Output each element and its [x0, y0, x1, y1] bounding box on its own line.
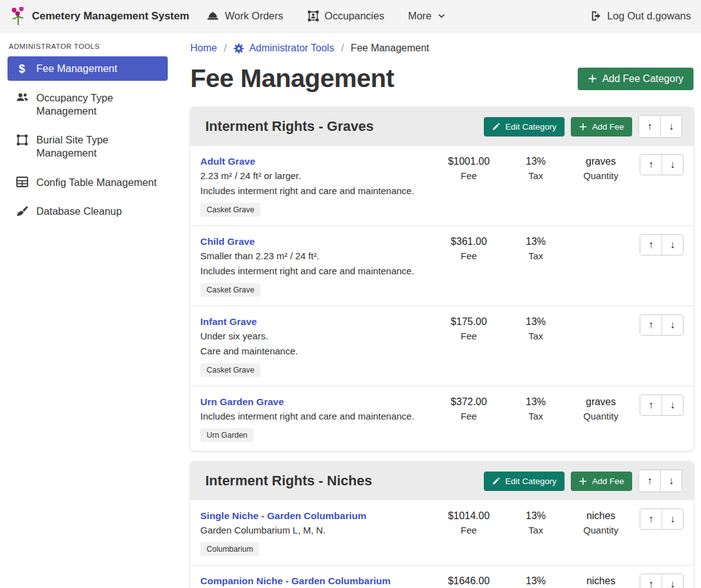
quantity-unit-label: Quantity [566, 523, 636, 538]
pencil-icon [492, 477, 500, 485]
sidebar-item-config-table-management[interactable]: Config Table Management [8, 170, 168, 195]
fee-row-infant-grave: Infant GraveUnder six years.Care and mai… [190, 306, 693, 386]
nav-item-more[interactable]: More [408, 10, 446, 22]
arrow-down-icon: ↓ [669, 121, 674, 132]
fee-category-card-interment-rights-graves: Interment Rights - GravesEdit CategoryAd… [190, 107, 693, 451]
fee-description: Includes interment right and care and ma… [200, 409, 432, 424]
arrow-up-icon: ↑ [648, 239, 653, 250]
move-up-button[interactable]: ↑ [640, 395, 662, 415]
arrow-down-icon: ↓ [670, 159, 675, 170]
app-title: Cemetery Management System [32, 10, 189, 23]
sidebar-item-label: Config Table Management [36, 176, 156, 189]
category-header: Interment Rights - NichesEdit CategoryAd… [190, 462, 693, 500]
tax-rate-value: 13% [506, 508, 566, 523]
move-up-button[interactable]: ↑ [640, 155, 662, 175]
users-icon [15, 92, 29, 103]
arrow-up-icon: ↑ [648, 400, 653, 411]
move-down-button[interactable]: ↓ [662, 235, 683, 255]
fee-name-link[interactable]: Adult Grave [200, 154, 255, 168]
sidebar-item-burial-site-type-management[interactable]: Burial Site Type Management [8, 128, 168, 165]
fee-name-link[interactable]: Single Niche - Garden Columbarium [200, 508, 366, 523]
move-down-button[interactable]: ↓ [662, 574, 683, 588]
breadcrumb-current: Fee Management [350, 43, 429, 54]
category-title: Interment Rights - Niches [205, 473, 372, 489]
move-down-button[interactable]: ↓ [662, 509, 683, 529]
sidebar-item-occupancy-type-management[interactable]: Occupancy Type Management [8, 86, 168, 123]
move-down-button[interactable]: ↓ [662, 155, 683, 175]
tax-rate-value: 13% [506, 574, 566, 588]
move-up-button[interactable]: ↑ [639, 470, 660, 492]
main-content: Home / Administrator Tools / Fee Managem… [175, 33, 701, 588]
sidebar-item-label: Burial Site Type Management [36, 133, 160, 159]
move-up-button[interactable]: ↑ [640, 509, 662, 529]
fee-amount-label: Fee [432, 249, 506, 264]
fee-amount: $1014.00Fee [432, 508, 506, 538]
breadcrumb-admin-tools-link[interactable]: Administrator Tools [233, 43, 334, 54]
move-up-button[interactable]: ↑ [639, 116, 660, 137]
move-down-button[interactable]: ↓ [662, 395, 683, 415]
dollar-icon: $ [15, 63, 29, 75]
brand: Cemetery Management System [10, 7, 189, 26]
fee-name-link[interactable]: Companion Niche - Garden Columbarium [200, 574, 391, 588]
gear-icon [233, 43, 244, 54]
fee-amount: $175.00Fee [432, 314, 506, 344]
fee-description: Includes interment right and care and ma… [200, 183, 432, 199]
quantity-unit: gravesQuantity [566, 154, 636, 183]
nav-item-work-orders[interactable]: Work Orders [207, 10, 283, 22]
add-fee-button[interactable]: Add Fee [571, 117, 632, 137]
breadcrumb: Home / Administrator Tools / Fee Managem… [190, 43, 693, 54]
quantity-unit: gravesQuantity [566, 395, 636, 424]
fee-type-badge: Casket Grave [200, 363, 260, 377]
fee-name-link[interactable]: Urn Garden Grave [200, 395, 284, 409]
fee-amount: $1646.00Fee [432, 574, 506, 588]
tulips-logo-icon [10, 7, 26, 26]
arrow-down-icon: ↓ [670, 579, 675, 588]
arrow-down-icon: ↓ [670, 513, 675, 525]
tax-rate: 13%Tax [506, 234, 566, 264]
sidebar-item-fee-management[interactable]: $Fee Management [8, 56, 168, 81]
move-down-button[interactable]: ↓ [660, 470, 682, 492]
fee-name-link[interactable]: Infant Grave [200, 314, 257, 329]
fee-row-companion-niche-garden-columbarium: Companion Niche - Garden ColumbariumGard… [190, 565, 693, 588]
breadcrumb-home-link[interactable]: Home [190, 43, 217, 54]
add-fee-category-button[interactable]: Add Fee Category [578, 68, 693, 90]
edit-category-button[interactable]: Edit Category [484, 472, 565, 491]
move-down-button[interactable]: ↓ [662, 315, 683, 335]
move-up-button[interactable]: ↑ [640, 235, 662, 255]
nav-item-occupancies[interactable]: Occupancies [307, 10, 384, 22]
nav-item-label: Work Orders [225, 10, 283, 22]
fee-type-badge: Casket Grave [200, 283, 260, 297]
edit-category-button[interactable]: Edit Category [484, 117, 565, 137]
fee-amount-value: $175.00 [432, 314, 506, 329]
fee-move-group: ↑↓ [640, 314, 683, 336]
edit-category-label: Edit Category [505, 122, 556, 132]
arrow-down-icon: ↓ [670, 400, 675, 411]
arrow-down-icon: ↓ [670, 239, 675, 250]
fee-category-card-interment-rights-niches: Interment Rights - NichesEdit CategoryAd… [190, 462, 693, 588]
fee-move-group: ↑↓ [640, 508, 683, 530]
logout-button[interactable]: Log Out d.gowans [590, 10, 691, 22]
tax-rate-label: Tax [506, 409, 566, 424]
sidebar: ADMINISTRATOR TOOLS $Fee ManagementOccup… [0, 33, 175, 229]
fee-type-badge: Urn Garden [200, 428, 253, 442]
fee-description: 2.23 m² / 24 ft² or larger. [200, 168, 432, 183]
nav-item-label: More [408, 10, 432, 22]
fee-description: Includes interment right and care and ma… [200, 264, 432, 279]
fee-name-link[interactable]: Child Grave [200, 234, 255, 249]
sidebar-item-database-cleanup[interactable]: Database Cleanup [8, 199, 168, 224]
move-up-button[interactable]: ↑ [640, 574, 662, 588]
fee-amount-label: Fee [432, 329, 506, 344]
sidebar-item-label: Fee Management [36, 62, 117, 75]
add-fee-button[interactable]: Add Fee [571, 472, 632, 491]
breadcrumb-separator: / [341, 43, 344, 54]
sidebar-heading: ADMINISTRATOR TOOLS [9, 43, 168, 50]
arrow-up-icon: ↑ [648, 579, 653, 588]
category-move-group: ↑↓ [638, 470, 682, 492]
breadcrumb-separator: / [224, 43, 227, 54]
arrow-up-icon: ↑ [648, 513, 653, 525]
move-down-button[interactable]: ↓ [660, 116, 682, 137]
arrow-up-icon: ↑ [647, 475, 652, 487]
fee-amount: $1001.00Fee [432, 154, 506, 183]
fee-type-badge: Casket Grave [200, 203, 260, 217]
move-up-button[interactable]: ↑ [640, 315, 662, 335]
